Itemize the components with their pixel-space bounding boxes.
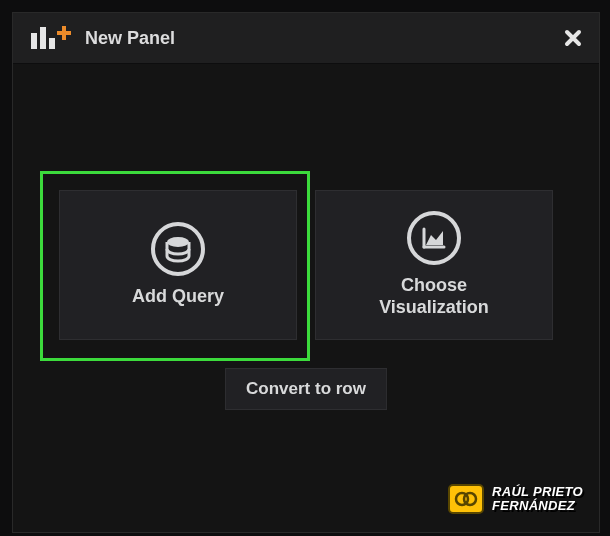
area-chart-icon <box>407 211 461 265</box>
watermark-text: RAÚL PRIETO FERNÁNDEZ <box>492 485 583 512</box>
panel-frame: New Panel Add Query <box>12 12 600 533</box>
watermark-logo-icon <box>448 484 484 514</box>
add-query-button[interactable]: Add Query <box>59 190 297 340</box>
add-query-label: Add Query <box>132 286 224 308</box>
panel-title: New Panel <box>85 28 175 49</box>
card-row: Add Query Choose Visualization <box>59 190 553 340</box>
close-icon[interactable] <box>561 26 585 50</box>
choose-visualization-label: Choose Visualization <box>379 275 489 318</box>
panel-header: New Panel <box>13 13 599 63</box>
svg-point-0 <box>167 237 189 247</box>
convert-to-row-button[interactable]: Convert to row <box>225 368 387 410</box>
svg-point-2 <box>464 493 476 505</box>
watermark: RAÚL PRIETO FERNÁNDEZ <box>448 484 583 514</box>
choose-visualization-button[interactable]: Choose Visualization <box>315 190 553 340</box>
database-icon <box>151 222 205 276</box>
add-panel-icon <box>31 27 71 49</box>
panel-body: Add Query Choose Visualization Convert t… <box>13 63 599 532</box>
